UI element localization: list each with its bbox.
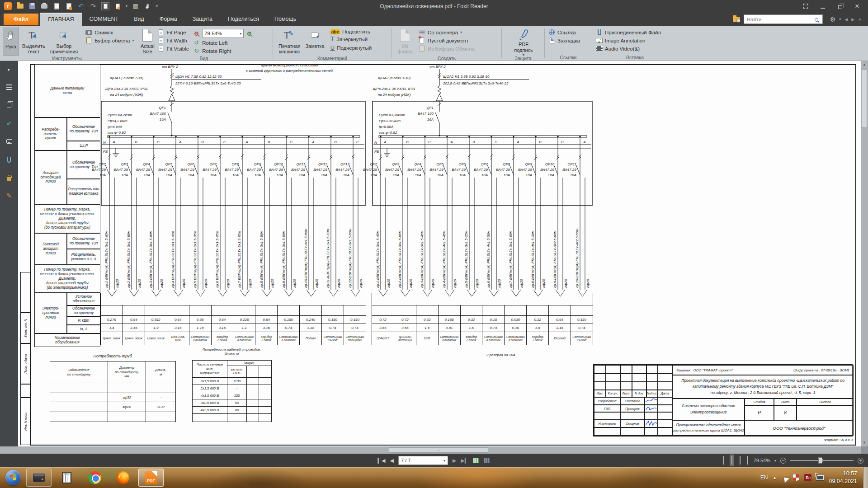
vertical-scrollbar[interactable]: ▲ ▼ <box>861 61 868 446</box>
last-page-button[interactable]: ▶▎ <box>461 458 468 464</box>
find-next-button[interactable]: ▶ <box>851 17 854 22</box>
fit-page-button[interactable]: Fit Page <box>158 29 189 36</box>
tiles-view-button[interactable]: ▦ <box>132 2 140 10</box>
antivirus-icon[interactable] <box>793 474 799 481</box>
tools-panel-icon[interactable]: ✎ <box>5 191 14 200</box>
taskbar-foxit-button[interactable]: PDF <box>138 469 164 487</box>
taskbar-firefox-button[interactable] <box>110 469 136 487</box>
convert-button[interactable] <box>113 2 122 10</box>
toolbar-caret-icon[interactable]: ▾ <box>156 4 158 8</box>
clock[interactable]: 10:57 09.04.2021 <box>829 470 857 485</box>
tab-comment[interactable]: COMMENT <box>82 13 127 26</box>
vertical-scroll-thumb[interactable] <box>862 69 867 128</box>
security-panel-icon[interactable] <box>5 173 14 182</box>
restore-button[interactable] <box>836 3 844 10</box>
convert-caret-icon[interactable]: ▾ <box>126 4 127 8</box>
page-number-combobox[interactable]: 7 / 7▾ <box>398 456 448 465</box>
zoom-caret-icon[interactable]: ▾ <box>774 459 776 463</box>
underline-button[interactable]: UПодчеркнутый <box>330 44 372 51</box>
tab-file[interactable]: Файл <box>4 14 38 25</box>
from-clipboard-button[interactable]: Из Буфера Обмена <box>419 45 475 52</box>
pages-panel-icon[interactable] <box>5 101 14 110</box>
minimize-button[interactable] <box>819 3 826 10</box>
to-table-icon[interactable] <box>484 458 490 463</box>
blank-document-button[interactable]: Пустой документ <box>419 37 475 44</box>
horizontal-scrollbar[interactable]: ⋯ <box>0 446 861 454</box>
tab-home[interactable]: ГЛАВНАЯ <box>40 13 81 26</box>
facing-view-button[interactable] <box>738 455 742 466</box>
fit-visible-button[interactable]: Fit Visible <box>158 45 189 52</box>
hand-tool-button[interactable]: Рука <box>3 28 19 56</box>
language-indicator[interactable]: EN <box>760 474 768 481</box>
tab-protect[interactable]: Защита <box>185 13 220 26</box>
collapse-ribbon-button[interactable]: ▲ <box>858 17 862 21</box>
zoom-combobox[interactable]: 79.54%▾ <box>202 29 244 38</box>
taskbar-chrome-button[interactable] <box>82 469 108 487</box>
taskbar-calculator-button[interactable] <box>54 469 80 487</box>
close-button[interactable]: × <box>854 3 861 10</box>
attached-file-button[interactable]: Присоединенный Файл <box>596 29 661 36</box>
select-annotation-button[interactable]: Выбор примечания <box>48 28 80 56</box>
fullscreen-button[interactable] <box>802 3 809 10</box>
show-desktop-button[interactable] <box>863 467 868 488</box>
zoom-out-icon[interactable]: − <box>193 30 200 37</box>
print-button[interactable] <box>40 2 48 10</box>
zoom-out-button[interactable]: − <box>780 458 786 464</box>
rotate-left-button[interactable]: ↺Rotate Left <box>193 39 253 46</box>
hidden-icons-button[interactable]: ▲ <box>773 476 777 480</box>
undo-button[interactable]: ↶ <box>77 2 85 10</box>
previous-page-button[interactable]: ◀ <box>390 458 394 464</box>
zoom-slider[interactable] <box>790 460 854 461</box>
snapshot-button[interactable]: Снимок <box>85 29 134 36</box>
bookmarks-panel-icon[interactable] <box>5 83 14 92</box>
fit-width-button[interactable]: Fit Width <box>158 37 189 44</box>
pdf-sign-button[interactable]: PDF подпись▾ <box>512 28 535 56</box>
signature-panel-icon[interactable]: ✔ <box>5 119 14 128</box>
search-input[interactable] <box>744 14 823 24</box>
from-table-icon[interactable] <box>473 458 479 463</box>
start-button[interactable] <box>3 469 24 487</box>
link-button[interactable]: Ссылка <box>548 29 580 36</box>
from-scanner-button[interactable]: Со сканнера▾ <box>419 29 475 36</box>
zoom-in-icon[interactable]: + <box>246 30 253 37</box>
tray-language-icon[interactable]: En <box>804 474 811 481</box>
open-file-button[interactable] <box>16 2 24 10</box>
panel-toggle-icon[interactable]: ▸ <box>5 65 14 74</box>
from-file-button[interactable]: Из файла <box>396 28 415 56</box>
attachments-panel-icon[interactable] <box>5 155 14 164</box>
page-display-button[interactable] <box>101 2 109 10</box>
gear-icon[interactable]: ⚙ <box>830 16 836 23</box>
next-page-button[interactable]: ▶ <box>453 458 456 464</box>
bookmark-button[interactable]: Закладка <box>548 37 580 44</box>
zoom-slider-handle[interactable] <box>818 457 822 464</box>
strikeout-button[interactable]: TЗачеркнутый <box>330 36 372 43</box>
search-folder-icon[interactable] <box>733 17 740 22</box>
zoom-in-button[interactable]: + <box>858 458 863 464</box>
audio-video-button[interactable]: Audio Video(&) <box>596 45 661 52</box>
continuous-facing-view-button[interactable] <box>746 455 750 466</box>
tray-arrow-icon[interactable] <box>779 473 789 483</box>
tab-help[interactable]: Помощь <box>267 13 304 26</box>
hand-tool-quick-button[interactable] <box>144 2 152 10</box>
tab-view[interactable]: Вид <box>126 13 152 26</box>
image-annotation-button[interactable]: Image Annotation <box>596 37 661 44</box>
highlight-button[interactable]: abcПодсветить <box>330 29 372 34</box>
taskbar-explorer-button[interactable] <box>26 469 52 487</box>
single-page-view-button[interactable] <box>722 455 726 466</box>
rotate-right-button[interactable]: ↻Rotate Right <box>193 47 253 54</box>
redo-button[interactable]: ↷ <box>89 2 97 10</box>
create-document-button[interactable] <box>65 2 73 10</box>
typewriter-button[interactable]: T✎ Печатная машинка <box>277 28 302 56</box>
scroll-up-icon[interactable]: ▲ <box>863 61 866 68</box>
save-button[interactable] <box>28 2 36 10</box>
continuous-view-button[interactable] <box>730 455 734 466</box>
properties-button[interactable] <box>52 2 61 10</box>
tab-share[interactable]: Поделиться <box>220 13 267 26</box>
horizontal-scroll-thumb[interactable]: ⋯ <box>389 447 488 453</box>
display-icon[interactable] <box>816 475 824 480</box>
comments-panel-icon[interactable] <box>5 137 14 146</box>
select-text-button[interactable]: T Выделить текст <box>20 28 47 56</box>
actual-size-button[interactable]: Actual Size <box>139 28 156 56</box>
clipboard-button[interactable]: Буфер обмена▾ <box>85 37 134 44</box>
first-page-button[interactable]: ▎◀ <box>378 458 386 464</box>
